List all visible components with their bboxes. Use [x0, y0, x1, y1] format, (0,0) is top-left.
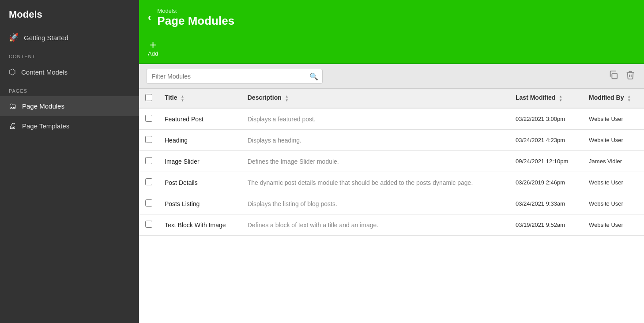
- page-header: ‹ Models: Page Modules: [139, 0, 644, 35]
- row-description: Defines the Image Slider module.: [241, 151, 509, 172]
- row-title: Featured Post: [158, 108, 241, 130]
- col-last-modified[interactable]: Last Modified ▲▼: [509, 89, 583, 108]
- row-title: Text Block With Image: [158, 214, 241, 236]
- sidebar-item-page-templates[interactable]: 🖨 Page Templates: [0, 116, 139, 136]
- row-modified-by: Website User: [583, 130, 644, 151]
- row-last-modified: 03/22/2021 3:00pm: [509, 108, 583, 130]
- layers-icon: ⬡: [9, 67, 16, 77]
- table-row: Text Block With Image Defines a block of…: [139, 214, 644, 236]
- pages-section-label: PAGES: [0, 82, 139, 96]
- row-modified-by: Website User: [583, 172, 644, 193]
- row-checkbox-cell: [139, 130, 158, 151]
- modified-sort-icon: ▲▼: [559, 94, 562, 102]
- filter-input[interactable]: [146, 69, 323, 84]
- table-row: Heading Displays a heading. 03/24/2021 4…: [139, 130, 644, 151]
- sidebar-item-content-models[interactable]: ⬡ Content Models: [0, 62, 139, 82]
- table-header-row: Title ▲▼ Description ▲▼ Last Modified ▲▼…: [139, 89, 644, 108]
- folder-icon: 🗂: [9, 101, 17, 111]
- sidebar-item-label: Page Templates: [22, 122, 69, 130]
- plus-icon: +: [150, 39, 156, 50]
- row-last-modified: 03/19/2021 9:52am: [509, 214, 583, 236]
- row-last-modified: 03/24/2021 9:33am: [509, 193, 583, 214]
- data-table-wrap: Title ▲▼ Description ▲▼ Last Modified ▲▼…: [139, 89, 644, 323]
- select-all-checkbox[interactable]: [145, 94, 152, 101]
- sidebar-item-label: Content Models: [21, 68, 68, 76]
- row-modified-by: Website User: [583, 108, 644, 130]
- row-last-modified: 03/26/2019 2:46pm: [509, 172, 583, 193]
- row-checkbox-3[interactable]: [145, 178, 152, 185]
- filter-input-wrap: 🔍: [146, 69, 323, 84]
- title-sort-icon: ▲▼: [181, 94, 184, 102]
- sidebar-item-label: Getting Started: [24, 34, 68, 41]
- delete-button[interactable]: [624, 68, 637, 84]
- row-modified-by: Website User: [583, 214, 644, 236]
- row-checkbox-cell: [139, 108, 158, 130]
- toolbar: + Add: [139, 35, 644, 64]
- row-title: Post Details: [158, 172, 241, 193]
- row-checkbox-0[interactable]: [145, 115, 152, 122]
- table-row: Posts Listing Displays the listing of bl…: [139, 193, 644, 214]
- col-desc-label: Description: [248, 94, 282, 101]
- row-title: Heading: [158, 130, 241, 151]
- modified-by-sort-icon: ▲▼: [627, 94, 631, 102]
- row-checkbox-4[interactable]: [145, 199, 152, 207]
- row-modified-by: Website User: [583, 193, 644, 214]
- row-checkbox-2[interactable]: [145, 157, 152, 164]
- add-button[interactable]: + Add: [148, 39, 158, 57]
- row-modified-by: James Vidler: [583, 151, 644, 172]
- col-modified-by[interactable]: Modified By ▲▼: [583, 89, 644, 108]
- row-description: Defines a block of text with a title and…: [241, 214, 509, 236]
- row-title: Image Slider: [158, 151, 241, 172]
- page-title: Page Modules: [157, 14, 234, 28]
- add-label: Add: [148, 50, 158, 57]
- select-all-header: [139, 89, 158, 108]
- col-description[interactable]: Description ▲▼: [241, 89, 509, 108]
- sidebar-item-getting-started[interactable]: 🚀 Getting Started: [0, 27, 139, 48]
- rocket-icon: 🚀: [9, 33, 19, 42]
- row-checkbox-5[interactable]: [145, 221, 152, 228]
- table-row: Featured Post Displays a featured post. …: [139, 108, 644, 130]
- template-icon: 🖨: [9, 121, 17, 131]
- modules-table: Title ▲▼ Description ▲▼ Last Modified ▲▼…: [139, 89, 644, 236]
- sidebar-title: Models: [0, 0, 139, 27]
- col-modified-by-label: Modified By: [589, 94, 624, 101]
- row-checkbox-cell: [139, 172, 158, 193]
- col-title[interactable]: Title ▲▼: [158, 89, 241, 108]
- row-checkbox-cell: [139, 193, 158, 214]
- table-row: Post Details The dynamic post details mo…: [139, 172, 644, 193]
- row-checkbox-1[interactable]: [145, 136, 152, 143]
- svg-rect-0: [612, 73, 617, 79]
- row-description: Displays a heading.: [241, 130, 509, 151]
- copy-button[interactable]: [607, 68, 620, 84]
- filter-actions: [607, 68, 637, 84]
- col-modified-label: Last Modified: [516, 94, 555, 101]
- sidebar-item-page-modules[interactable]: 🗂 Page Modules: [0, 96, 139, 116]
- sidebar: Models 🚀 Getting Started CONTENT ⬡ Conte…: [0, 0, 139, 323]
- row-last-modified: 03/24/2021 4:23pm: [509, 130, 583, 151]
- table-row: Image Slider Defines the Image Slider mo…: [139, 151, 644, 172]
- table-body: Featured Post Displays a featured post. …: [139, 108, 644, 236]
- header-text: Models: Page Modules: [157, 8, 234, 28]
- back-button[interactable]: ‹: [148, 12, 151, 23]
- sidebar-item-label: Page Modules: [22, 102, 64, 110]
- desc-sort-icon: ▲▼: [285, 94, 289, 102]
- row-title: Posts Listing: [158, 193, 241, 214]
- row-checkbox-cell: [139, 214, 158, 236]
- col-title-label: Title: [165, 94, 177, 101]
- header-subtitle: Models:: [157, 8, 234, 14]
- filter-bar: 🔍: [139, 64, 644, 89]
- row-description: Displays a featured post.: [241, 108, 509, 130]
- search-icon: 🔍: [309, 72, 318, 80]
- row-checkbox-cell: [139, 151, 158, 172]
- row-description: Displays the listing of blog posts.: [241, 193, 509, 214]
- content-section-label: CONTENT: [0, 48, 139, 62]
- row-last-modified: 09/24/2021 12:10pm: [509, 151, 583, 172]
- row-description: The dynamic post details module that sho…: [241, 172, 509, 193]
- main-content: ‹ Models: Page Modules + Add 🔍: [139, 0, 644, 323]
